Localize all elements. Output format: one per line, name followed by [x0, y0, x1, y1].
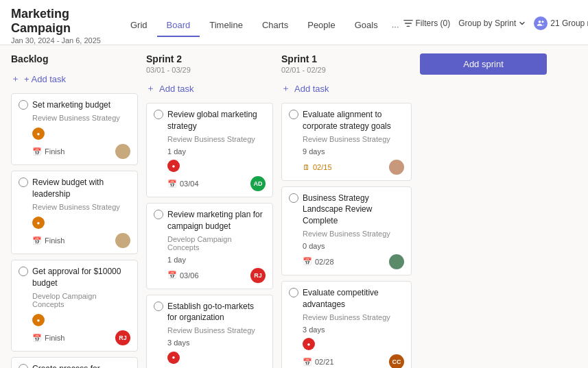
card-checkbox[interactable]: [19, 100, 28, 110]
card-title: Set marketing budget: [32, 99, 130, 111]
card-checkbox[interactable]: [289, 110, 298, 119]
calendar-icon: 📅: [32, 147, 42, 156]
svg-point-1: [542, 21, 544, 23]
sprint2-add-task[interactable]: ＋ Add task: [146, 79, 273, 97]
tab-grid[interactable]: Grid: [121, 14, 157, 37]
tab-goals[interactable]: Goals: [345, 14, 388, 37]
date-value: Finish: [45, 334, 64, 342]
add-sprint-column: Add sprint: [420, 53, 547, 364]
tab-charts[interactable]: Charts: [252, 14, 298, 37]
card-checkbox[interactable]: [154, 110, 163, 119]
plus-icon: ＋: [281, 82, 290, 95]
card-title: Review global marketing strategy: [167, 109, 266, 132]
avatar: ●: [32, 217, 45, 229]
card-checkbox[interactable]: [154, 302, 163, 311]
tab-timeline[interactable]: Timeline: [200, 14, 252, 37]
card-checkbox[interactable]: [289, 193, 298, 203]
group-by-button[interactable]: Group by Sprint: [458, 19, 526, 28]
card-sprint1-1[interactable]: Evaluate alignment to corporate strategy…: [281, 103, 412, 181]
add-task-label: Add task: [159, 84, 194, 94]
card-subtitle: Review Business Strategy: [289, 230, 404, 238]
calendar-icon: 📅: [167, 271, 177, 280]
header: Marketing Campaign Jan 30, 2024 - Jan 6,…: [0, 0, 588, 45]
add-sprint-button[interactable]: Add sprint: [420, 53, 547, 75]
card-checkbox[interactable]: [154, 210, 163, 219]
calendar-icon: 📅: [167, 180, 177, 188]
assignee-avatar: AD: [250, 176, 266, 191]
date-value: 03/06: [180, 271, 199, 280]
avatar: ●: [32, 314, 45, 326]
filter-icon: [403, 19, 413, 28]
card-date: 📅 Finish: [32, 147, 64, 156]
assignee-avatar: RJ: [115, 330, 130, 345]
card-checkbox[interactable]: [19, 267, 28, 276]
sprint2-title: Sprint 2: [146, 53, 273, 64]
sprint1-title: Sprint 1: [281, 53, 412, 64]
date-value: Finish: [45, 236, 64, 245]
card-days: 0 days: [289, 242, 404, 250]
card-subtitle: Develop Campaign Concepts: [154, 235, 266, 252]
card-footer: 📅 02/28: [289, 254, 404, 269]
card-sprint1-3[interactable]: Evaluate competitive advantages Review B…: [281, 281, 412, 368]
nav-more-icon[interactable]: ···: [388, 16, 403, 37]
card-title: Review budget with leadership: [32, 177, 130, 200]
card-subtitle: Review Business Strategy: [154, 135, 266, 143]
card-sprint2-3[interactable]: Establish go-to-markets for organization…: [146, 295, 273, 368]
plus-icon: ＋: [11, 73, 20, 85]
app-subtitle: Jan 30, 2024 - Jan 6, 2025: [11, 36, 121, 45]
card-checkbox[interactable]: [289, 288, 298, 297]
card-backlog-1[interactable]: Set marketing budget Review Business Str…: [11, 93, 138, 165]
card-backlog-2[interactable]: Review budget with leadership Review Bus…: [11, 171, 138, 254]
avatar: ●: [32, 127, 45, 140]
backlog-header: Backlog: [11, 53, 138, 64]
assignee-avatar: [389, 254, 404, 269]
svg-point-0: [539, 20, 541, 23]
calendar-icon: 📅: [32, 334, 42, 343]
card-title: Get approval for $10000 budget: [32, 266, 130, 289]
members-button[interactable]: 21 Group members: [534, 16, 588, 30]
card-title: Create process for qualifying ideas: [32, 363, 130, 368]
card-sprint2-2[interactable]: Review marketing plan for campaign budge…: [146, 203, 273, 289]
calendar-icon: 📅: [303, 257, 312, 266]
assignee-avatar: RJ: [250, 268, 266, 283]
backlog-title: Backlog: [11, 53, 138, 64]
card-subtitle: Develop Campaign Concepts: [19, 292, 130, 308]
filters-label: Filters (0): [416, 19, 451, 28]
card-subtitle: Review Business Strategy: [154, 326, 266, 334]
card-checkbox[interactable]: [19, 177, 28, 187]
card-checkbox[interactable]: [19, 364, 28, 368]
nav-tabs: Grid Board Timeline Charts People Goals …: [121, 14, 403, 37]
card-days: 1 day: [154, 256, 266, 264]
card-backlog-3[interactable]: Get approval for $10000 budget Develop C…: [11, 260, 138, 352]
add-task-label: + Add task: [24, 74, 66, 84]
card-date: 🗓 02/15: [303, 163, 332, 171]
calendar-icon: 📅: [32, 236, 42, 245]
card-date: 📅 Finish: [32, 334, 64, 343]
group-by-label: Group by Sprint: [458, 19, 516, 28]
sprint1-add-task[interactable]: ＋ Add task: [281, 79, 412, 97]
column-backlog: Backlog ＋ + Add task Set marketing budge…: [11, 53, 138, 364]
avatar: ●: [167, 352, 180, 364]
column-sprint2: Sprint 2 03/01 - 03/29 ＋ Add task Review…: [146, 53, 273, 364]
tab-board[interactable]: Board: [157, 14, 200, 37]
card-backlog-4[interactable]: Create process for qualifying ideas Deve…: [11, 357, 138, 368]
date-value: 02/15: [313, 163, 332, 171]
backlog-add-task[interactable]: ＋ + Add task: [11, 70, 138, 88]
card-title: Evaluate alignment to corporate strategy…: [303, 109, 404, 132]
calendar-icon: 📅: [303, 358, 312, 367]
card-days: 9 days: [289, 147, 404, 156]
assignee-avatar: [115, 144, 130, 159]
avatar: ●: [303, 338, 315, 350]
card-sprint2-1[interactable]: Review global marketing strategy Review …: [146, 103, 273, 197]
card-subtitle: Review Business Strategy: [289, 313, 404, 321]
people-icon: [537, 19, 545, 27]
card-title: Review marketing plan for campaign budge…: [167, 209, 266, 232]
date-value: Finish: [45, 147, 64, 156]
card-footer: 📅 Finish RJ: [19, 330, 130, 345]
add-task-label: Add task: [294, 84, 329, 94]
card-footer: 📅 03/04 AD: [154, 176, 266, 191]
tab-people[interactable]: People: [298, 14, 344, 37]
card-sprint1-2[interactable]: Business Strategy Landscape Review Compl…: [281, 186, 412, 275]
card-title: Evaluate competitive advantages: [303, 287, 404, 310]
filters-button[interactable]: Filters (0): [403, 19, 451, 28]
